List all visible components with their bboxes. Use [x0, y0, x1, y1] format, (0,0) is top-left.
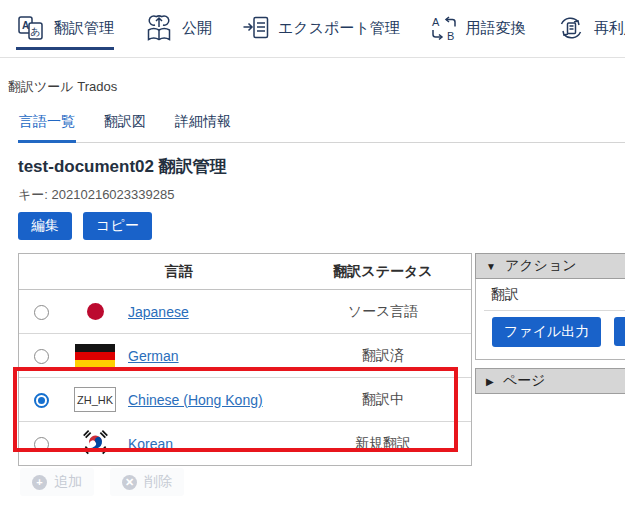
table-row-korean: Korean 新規翻訳	[19, 422, 471, 466]
page-panel-title: ページ	[503, 372, 546, 390]
table-row-german: German 翻訳済	[19, 334, 471, 378]
translation-management-screen: A あ 翻訳管理 公開	[0, 0, 625, 508]
file-output-button[interactable]: ファイル出力	[492, 317, 601, 347]
title-actions: 編集 コピー	[18, 212, 152, 240]
toolbar-item-publish[interactable]: 公開	[144, 14, 212, 42]
tab-bar: 言語一覧 翻訳図 詳細情報	[18, 111, 625, 143]
column-header-status: 翻訳ステータス	[295, 254, 471, 290]
chevron-right-icon: ▶	[486, 376, 494, 387]
table-header-row: 言語 翻訳ステータス	[19, 254, 471, 290]
edit-button[interactable]: 編集	[18, 212, 72, 240]
status-korean: 新規翻訳	[295, 422, 471, 466]
toolbar-item-export-management[interactable]: エクスポート管理	[242, 14, 400, 42]
document-key: キー: 20210216023339285	[18, 186, 174, 204]
status-japanese: ソース言語	[295, 290, 471, 334]
status-chinese-hong-kong: 翻訳中	[295, 378, 471, 422]
copy-button[interactable]: コピー	[83, 212, 152, 240]
korea-flag	[82, 429, 109, 455]
toolbar-item-label: エクスポート管理	[278, 19, 400, 38]
language-code-box: ZH_HK	[74, 387, 116, 412]
table-row-chinese-hong-kong: ZH_HK Chinese (Hong Kong) 翻訳中	[19, 378, 471, 422]
chevron-down-icon: ▼	[486, 261, 496, 272]
toolbar-separator	[0, 57, 625, 58]
tab-translation-diagram[interactable]: 翻訳図	[103, 111, 147, 142]
toolbar-item-label: 用語変換	[466, 19, 526, 38]
tab-language-list[interactable]: 言語一覧	[18, 111, 76, 143]
toolbar-item-translation-management[interactable]: A あ 翻訳管理	[16, 14, 114, 42]
table-row-japanese: Japanese ソース言語	[19, 290, 471, 334]
reuse-icon	[556, 14, 586, 42]
radio-korean[interactable]	[34, 437, 49, 452]
translate-icon: A あ	[16, 14, 46, 42]
actions-panel-title: アクション	[505, 257, 577, 275]
add-button[interactable]: + 追加	[20, 468, 94, 496]
export-icon	[242, 14, 270, 42]
delete-button[interactable]: ✕ 削除	[110, 468, 184, 496]
clipped-action-button[interactable]	[614, 317, 625, 346]
radio-german[interactable]	[34, 349, 49, 364]
top-toolbar: A あ 翻訳管理 公開	[16, 7, 625, 49]
language-link-german[interactable]: German	[128, 348, 179, 364]
toolbar-item-reuse-content[interactable]: 再利用コンテ	[556, 14, 625, 42]
svg-text:B: B	[447, 30, 454, 42]
page-panel-header[interactable]: ▶ ページ	[475, 368, 625, 394]
action-group-label: 翻訳	[491, 286, 519, 304]
plus-circle-icon: +	[32, 475, 47, 490]
x-circle-icon: ✕	[122, 475, 137, 490]
delete-button-label: 削除	[144, 473, 172, 491]
language-link-chinese-hong-kong[interactable]: Chinese (Hong Kong)	[128, 392, 263, 408]
toolbar-item-term-conversion[interactable]: A B 用語変換	[430, 14, 526, 42]
status-german: 翻訳済	[295, 334, 471, 378]
toolbar-item-label: 公開	[182, 19, 212, 38]
term-conversion-icon: A B	[430, 14, 458, 42]
germany-flag	[75, 344, 115, 368]
page-title: test-document02 翻訳管理	[18, 155, 227, 178]
svg-text:A: A	[432, 16, 440, 28]
radio-chinese-hong-kong[interactable]	[34, 393, 49, 408]
language-link-korean[interactable]: Korean	[128, 436, 173, 452]
actions-panel-body: 翻訳 ファイル出力	[475, 279, 625, 360]
japan-flag	[87, 303, 104, 320]
svg-text:あ: あ	[30, 26, 40, 37]
panel-divider	[484, 310, 625, 311]
footer-actions: + 追加 ✕ 削除	[20, 468, 184, 496]
toolbar-item-label: 再利用コンテ	[594, 19, 625, 38]
radio-japanese[interactable]	[34, 305, 49, 320]
add-button-label: 追加	[54, 473, 82, 491]
tab-detail-info[interactable]: 詳細情報	[174, 111, 232, 142]
svg-text:A: A	[22, 20, 29, 31]
language-table: 言語 翻訳ステータス Japanese ソース言語 German 翻訳済	[18, 253, 472, 466]
toolbar-item-label: 翻訳管理	[54, 19, 114, 38]
publish-icon	[144, 14, 174, 42]
language-link-japanese[interactable]: Japanese	[128, 304, 189, 320]
breadcrumb: 翻訳ツール Trados	[8, 78, 117, 96]
column-header-language: 言語	[63, 254, 295, 290]
actions-panel-header[interactable]: ▼ アクション	[475, 253, 625, 279]
